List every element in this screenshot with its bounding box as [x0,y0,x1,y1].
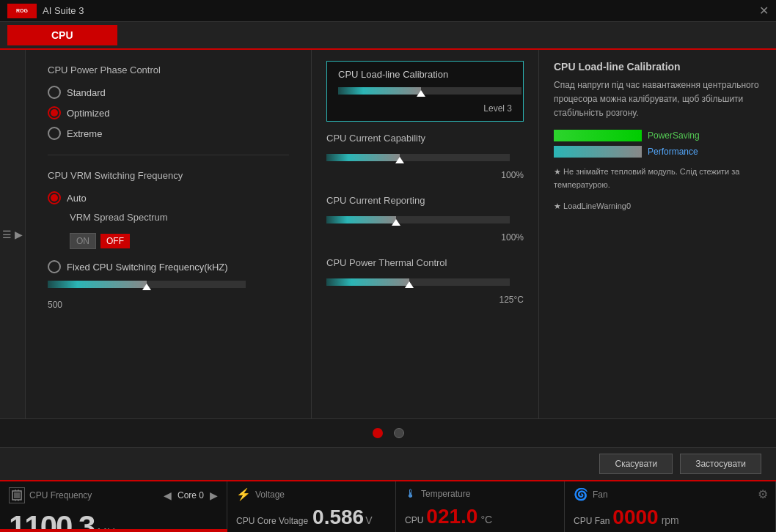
apply-button[interactable]: Застосувати [680,454,761,474]
reporting-slider-bg [326,216,510,223]
close-button[interactable]: ✕ [759,4,769,18]
radio-extreme[interactable]: Extreme [48,127,289,140]
fan-section: 🌀 Fan CPU Fan 0000 rpm CPU OPT Fan 0 rpm… [565,481,776,532]
toggle-off-button[interactable]: OFF [100,234,130,248]
cpu-freq-icon [9,487,25,503]
calibration-slider[interactable] [338,87,521,103]
center-panel: CPU Load-line Calibration Level 3 CPU Cu… [312,50,539,418]
slider-thumb [142,284,151,290]
reporting-fill [326,216,396,223]
slider-bg [48,281,246,288]
cpu-core-voltage-value: 0.586 [312,506,364,529]
title-bar: ROG AI Suite 3 ✕ [0,0,776,22]
voltage-label: Voltage [255,489,285,500]
phase-control-radio-group: Standard Optimized Extreme [48,86,289,140]
app-title: AI Suite 3 [43,5,84,16]
current-reporting-title: CPU Current Reporting [326,195,524,206]
radio-standard[interactable]: Standard [48,86,289,99]
core-next-button[interactable]: ▶ [210,489,218,501]
temp-label: Temperature [421,489,470,499]
pagination [0,418,776,447]
temperature-section: 🌡 Temperature CPU 021.0 °C CPU Package 2… [396,481,565,532]
svg-rect-1 [14,492,20,498]
thermal-slider-bg [326,278,510,286]
capability-thumb [395,157,404,163]
current-reporting-section: CPU Current Reporting 100% [326,195,524,243]
voltage-section: ⚡ Voltage CPU Core Voltage 0.586 V Memor… [227,481,396,532]
radio-optimized[interactable]: Optimized [48,106,289,119]
thermal-thumb [405,281,414,288]
cpu-fan-value: 0000 [612,506,658,529]
radio-auto-outer [48,191,61,204]
power-thermal-slider[interactable] [326,278,510,295]
radio-auto-inner [51,194,58,202]
legend-performance-label: Performance [648,147,698,157]
radio-auto-label: Auto [67,193,87,204]
cpu-temp-unit: °C [480,514,492,525]
cpu-frequency-section: CPU Frequency ◀ Core 0 ▶ 1100.3 MHz 100.… [0,481,227,532]
core-selector-label: Core 0 [175,490,207,500]
slider-value: 500 [48,300,289,310]
calibration-title: CPU Load-line Calibration [338,69,512,80]
power-thermal-value: 125°C [326,295,524,305]
sidebar-arrow-icon: ☰ ▶ [2,229,23,240]
cancel-button[interactable]: Скасувати [599,454,673,474]
fixed-freq-option[interactable]: Fixed CPU Switching Frequency(kHZ) [48,260,289,273]
title-bar-left: ROG AI Suite 3 [7,4,84,18]
warning-text-2: ★ LoadLineWarning0 [554,199,761,213]
radio-auto[interactable]: Auto [48,191,289,204]
settings-gear-icon[interactable]: ⚙ [758,487,768,501]
radio-fixed-outer [48,260,61,273]
cpu-temp-label: CPU [405,515,423,525]
page-dot-1[interactable] [373,428,383,438]
tab-cpu[interactable]: CPU [7,25,117,45]
power-thermal-title: CPU Power Thermal Control [326,257,524,268]
slider-area [48,281,246,297]
page-dot-2[interactable] [394,428,404,438]
left-panel: CPU Power Phase Control Standard Optimiz… [26,50,312,418]
legend-bar-cyan [554,146,642,158]
radio-optimized-label: Optimized [67,108,110,119]
info-description: Спад напруги під час навантаження центра… [554,78,761,121]
sidebar-toggle[interactable]: ☰ ▶ [0,50,26,418]
fan-icon: 🌀 [574,487,588,501]
phase-control-title: CPU Power Phase Control [48,64,289,75]
current-capability-value: 100% [326,170,524,180]
vrm-section: CPU VRM Switching Frequency Auto VRM Spr… [48,170,289,310]
cpu-fan-label: CPU Fan [574,516,610,526]
divider-1 [48,155,289,155]
right-panel: CPU Load-line Calibration Спад напруги п… [539,50,776,418]
fixed-freq-slider[interactable]: 500 [48,281,289,310]
fan-label: Fan [593,489,608,500]
rog-logo: ROG [7,4,37,18]
current-capability-slider[interactable] [326,154,510,170]
calibration-fill [338,87,421,95]
cpu-temp-value: 021.0 [426,505,477,528]
calibration-thumb [417,90,425,97]
calibration-level: Level 3 [338,103,512,114]
current-reporting-value: 100% [326,232,524,243]
radio-optimized-outer [48,106,61,119]
fan-title-row: 🌀 Fan [574,487,766,501]
bottom-bar: CPU Frequency ◀ Core 0 ▶ 1100.3 MHz 100.… [0,480,776,532]
capability-fill [326,154,400,161]
radio-optimized-inner [51,109,58,117]
current-reporting-slider[interactable] [326,216,510,232]
core-prev-button[interactable]: ◀ [164,489,172,501]
voltage-title-row: ⚡ Voltage [236,487,387,501]
tab-bar: CPU [0,22,776,50]
radio-extreme-outer [48,127,61,140]
current-capability-title: CPU Current Capability [326,133,524,144]
main-content: ☰ ▶ CPU Power Phase Control Standard Opt… [0,50,776,418]
action-bar: Скасувати Застосувати [0,447,776,480]
radio-standard-label: Standard [67,87,106,98]
voltage-icon: ⚡ [236,487,251,501]
radio-standard-outer [48,86,61,99]
toggle-on-button[interactable]: ON [70,233,96,249]
legend-performance: Performance [554,146,761,158]
reporting-thumb [392,219,400,226]
calibration-box: CPU Load-line Calibration Level 3 [326,61,524,122]
capability-slider-bg [326,154,510,161]
cpu-freq-label: CPU Frequency [29,490,92,500]
current-capability-section: CPU Current Capability 100% [326,133,524,180]
